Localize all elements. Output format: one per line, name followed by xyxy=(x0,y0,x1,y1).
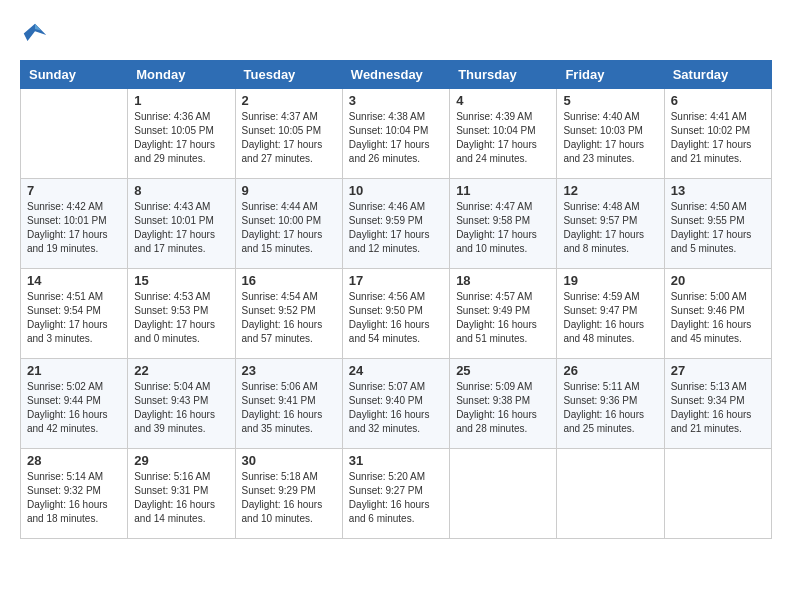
day-info: Sunrise: 5:00 AM Sunset: 9:46 PM Dayligh… xyxy=(671,290,765,346)
day-info: Sunrise: 4:37 AM Sunset: 10:05 PM Daylig… xyxy=(242,110,336,166)
day-info: Sunrise: 4:44 AM Sunset: 10:00 PM Daylig… xyxy=(242,200,336,256)
day-number: 28 xyxy=(27,453,121,468)
calendar-cell: 7Sunrise: 4:42 AM Sunset: 10:01 PM Dayli… xyxy=(21,179,128,269)
day-info: Sunrise: 4:53 AM Sunset: 9:53 PM Dayligh… xyxy=(134,290,228,346)
day-info: Sunrise: 5:11 AM Sunset: 9:36 PM Dayligh… xyxy=(563,380,657,436)
day-number: 4 xyxy=(456,93,550,108)
day-header-monday: Monday xyxy=(128,61,235,89)
day-info: Sunrise: 5:13 AM Sunset: 9:34 PM Dayligh… xyxy=(671,380,765,436)
calendar-cell: 9Sunrise: 4:44 AM Sunset: 10:00 PM Dayli… xyxy=(235,179,342,269)
calendar-week-4: 21Sunrise: 5:02 AM Sunset: 9:44 PM Dayli… xyxy=(21,359,772,449)
calendar-cell: 17Sunrise: 4:56 AM Sunset: 9:50 PM Dayli… xyxy=(342,269,449,359)
calendar-cell xyxy=(450,449,557,539)
day-info: Sunrise: 5:06 AM Sunset: 9:41 PM Dayligh… xyxy=(242,380,336,436)
calendar-cell: 11Sunrise: 4:47 AM Sunset: 9:58 PM Dayli… xyxy=(450,179,557,269)
day-number: 8 xyxy=(134,183,228,198)
day-header-saturday: Saturday xyxy=(664,61,771,89)
calendar-cell: 5Sunrise: 4:40 AM Sunset: 10:03 PM Dayli… xyxy=(557,89,664,179)
day-info: Sunrise: 4:50 AM Sunset: 9:55 PM Dayligh… xyxy=(671,200,765,256)
day-number: 19 xyxy=(563,273,657,288)
day-number: 2 xyxy=(242,93,336,108)
day-header-row: SundayMondayTuesdayWednesdayThursdayFrid… xyxy=(21,61,772,89)
logo xyxy=(20,20,54,50)
day-number: 9 xyxy=(242,183,336,198)
calendar-week-1: 1Sunrise: 4:36 AM Sunset: 10:05 PM Dayli… xyxy=(21,89,772,179)
calendar-cell xyxy=(557,449,664,539)
calendar-week-2: 7Sunrise: 4:42 AM Sunset: 10:01 PM Dayli… xyxy=(21,179,772,269)
day-info: Sunrise: 5:07 AM Sunset: 9:40 PM Dayligh… xyxy=(349,380,443,436)
calendar-cell: 18Sunrise: 4:57 AM Sunset: 9:49 PM Dayli… xyxy=(450,269,557,359)
day-info: Sunrise: 4:36 AM Sunset: 10:05 PM Daylig… xyxy=(134,110,228,166)
day-info: Sunrise: 5:04 AM Sunset: 9:43 PM Dayligh… xyxy=(134,380,228,436)
day-info: Sunrise: 4:51 AM Sunset: 9:54 PM Dayligh… xyxy=(27,290,121,346)
logo-icon xyxy=(20,20,50,50)
calendar-cell: 25Sunrise: 5:09 AM Sunset: 9:38 PM Dayli… xyxy=(450,359,557,449)
day-info: Sunrise: 4:48 AM Sunset: 9:57 PM Dayligh… xyxy=(563,200,657,256)
calendar-cell xyxy=(664,449,771,539)
calendar-cell: 28Sunrise: 5:14 AM Sunset: 9:32 PM Dayli… xyxy=(21,449,128,539)
calendar-cell: 13Sunrise: 4:50 AM Sunset: 9:55 PM Dayli… xyxy=(664,179,771,269)
day-number: 15 xyxy=(134,273,228,288)
calendar-week-3: 14Sunrise: 4:51 AM Sunset: 9:54 PM Dayli… xyxy=(21,269,772,359)
day-info: Sunrise: 4:38 AM Sunset: 10:04 PM Daylig… xyxy=(349,110,443,166)
calendar-cell: 27Sunrise: 5:13 AM Sunset: 9:34 PM Dayli… xyxy=(664,359,771,449)
day-number: 26 xyxy=(563,363,657,378)
day-header-sunday: Sunday xyxy=(21,61,128,89)
day-number: 21 xyxy=(27,363,121,378)
day-number: 3 xyxy=(349,93,443,108)
day-info: Sunrise: 4:42 AM Sunset: 10:01 PM Daylig… xyxy=(27,200,121,256)
calendar-cell: 3Sunrise: 4:38 AM Sunset: 10:04 PM Dayli… xyxy=(342,89,449,179)
day-info: Sunrise: 4:41 AM Sunset: 10:02 PM Daylig… xyxy=(671,110,765,166)
day-info: Sunrise: 5:02 AM Sunset: 9:44 PM Dayligh… xyxy=(27,380,121,436)
day-header-friday: Friday xyxy=(557,61,664,89)
day-info: Sunrise: 4:39 AM Sunset: 10:04 PM Daylig… xyxy=(456,110,550,166)
calendar-cell: 31Sunrise: 5:20 AM Sunset: 9:27 PM Dayli… xyxy=(342,449,449,539)
day-info: Sunrise: 5:09 AM Sunset: 9:38 PM Dayligh… xyxy=(456,380,550,436)
day-info: Sunrise: 4:54 AM Sunset: 9:52 PM Dayligh… xyxy=(242,290,336,346)
calendar-cell: 29Sunrise: 5:16 AM Sunset: 9:31 PM Dayli… xyxy=(128,449,235,539)
day-number: 22 xyxy=(134,363,228,378)
calendar-cell xyxy=(21,89,128,179)
calendar-cell: 15Sunrise: 4:53 AM Sunset: 9:53 PM Dayli… xyxy=(128,269,235,359)
calendar-cell: 2Sunrise: 4:37 AM Sunset: 10:05 PM Dayli… xyxy=(235,89,342,179)
calendar-cell: 19Sunrise: 4:59 AM Sunset: 9:47 PM Dayli… xyxy=(557,269,664,359)
day-info: Sunrise: 4:46 AM Sunset: 9:59 PM Dayligh… xyxy=(349,200,443,256)
calendar-cell: 12Sunrise: 4:48 AM Sunset: 9:57 PM Dayli… xyxy=(557,179,664,269)
day-info: Sunrise: 5:14 AM Sunset: 9:32 PM Dayligh… xyxy=(27,470,121,526)
day-number: 11 xyxy=(456,183,550,198)
day-number: 17 xyxy=(349,273,443,288)
day-header-thursday: Thursday xyxy=(450,61,557,89)
day-info: Sunrise: 5:18 AM Sunset: 9:29 PM Dayligh… xyxy=(242,470,336,526)
day-header-wednesday: Wednesday xyxy=(342,61,449,89)
calendar-cell: 24Sunrise: 5:07 AM Sunset: 9:40 PM Dayli… xyxy=(342,359,449,449)
calendar-cell: 6Sunrise: 4:41 AM Sunset: 10:02 PM Dayli… xyxy=(664,89,771,179)
day-number: 1 xyxy=(134,93,228,108)
calendar-cell: 26Sunrise: 5:11 AM Sunset: 9:36 PM Dayli… xyxy=(557,359,664,449)
calendar-cell: 22Sunrise: 5:04 AM Sunset: 9:43 PM Dayli… xyxy=(128,359,235,449)
day-number: 12 xyxy=(563,183,657,198)
calendar-cell: 21Sunrise: 5:02 AM Sunset: 9:44 PM Dayli… xyxy=(21,359,128,449)
day-number: 24 xyxy=(349,363,443,378)
calendar-week-5: 28Sunrise: 5:14 AM Sunset: 9:32 PM Dayli… xyxy=(21,449,772,539)
day-number: 29 xyxy=(134,453,228,468)
calendar-cell: 10Sunrise: 4:46 AM Sunset: 9:59 PM Dayli… xyxy=(342,179,449,269)
day-number: 20 xyxy=(671,273,765,288)
day-header-tuesday: Tuesday xyxy=(235,61,342,89)
day-number: 16 xyxy=(242,273,336,288)
day-number: 6 xyxy=(671,93,765,108)
day-number: 10 xyxy=(349,183,443,198)
day-info: Sunrise: 4:56 AM Sunset: 9:50 PM Dayligh… xyxy=(349,290,443,346)
calendar-cell: 20Sunrise: 5:00 AM Sunset: 9:46 PM Dayli… xyxy=(664,269,771,359)
day-number: 14 xyxy=(27,273,121,288)
day-info: Sunrise: 4:59 AM Sunset: 9:47 PM Dayligh… xyxy=(563,290,657,346)
calendar-cell: 1Sunrise: 4:36 AM Sunset: 10:05 PM Dayli… xyxy=(128,89,235,179)
calendar-cell: 23Sunrise: 5:06 AM Sunset: 9:41 PM Dayli… xyxy=(235,359,342,449)
day-number: 30 xyxy=(242,453,336,468)
page-header xyxy=(20,20,772,50)
day-number: 5 xyxy=(563,93,657,108)
calendar-table: SundayMondayTuesdayWednesdayThursdayFrid… xyxy=(20,60,772,539)
day-info: Sunrise: 5:16 AM Sunset: 9:31 PM Dayligh… xyxy=(134,470,228,526)
day-number: 7 xyxy=(27,183,121,198)
day-number: 13 xyxy=(671,183,765,198)
day-number: 25 xyxy=(456,363,550,378)
